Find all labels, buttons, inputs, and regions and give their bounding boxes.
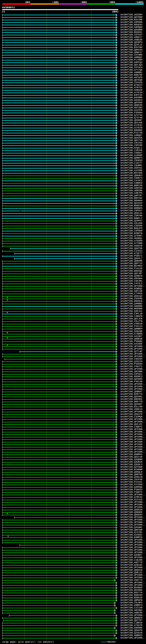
svg-text:UniRef100_A4I8D7: UniRef100_A4I8D7 xyxy=(121,335,142,338)
svg-text:UniRef100_B6HHA4: UniRef100_B6HHA4 xyxy=(121,200,142,202)
svg-text:UniRef100_UPI000..: UniRef100_UPI000.. xyxy=(121,420,145,423)
svg-text:UniRef100_P34113: UniRef100_P34113 xyxy=(121,325,142,328)
svg-text:(in Subject): (in Subject) xyxy=(37,641,54,643)
svg-text:UniRef100_Q5ZJZ2: UniRef100_Q5ZJZ2 xyxy=(121,423,142,426)
svg-text:UniRef100_A7R7U1: UniRef100_A7R7U1 xyxy=(121,86,142,89)
svg-text:UniRef100_A5BU35: UniRef100_A5BU35 xyxy=(121,38,142,41)
svg-text:UniRef100_Q2V0J0: UniRef100_Q2V0J0 xyxy=(121,632,142,634)
svg-text:UniRef100_O96774: UniRef100_O96774 xyxy=(121,579,142,582)
svg-text:UniRef100_Q70AI2: UniRef100_Q70AI2 xyxy=(121,84,142,86)
svg-text:Large gaps:: Large gaps: xyxy=(2,641,17,643)
svg-text:UniRef100_C0NDC6: UniRef100_C0NDC6 xyxy=(121,182,142,184)
svg-text:UniRef100_Q53JG0: UniRef100_Q53JG0 xyxy=(121,122,142,124)
svg-text:UniRef100_B5X7J4: UniRef100_B5X7J4 xyxy=(121,592,142,594)
svg-text:UniRef100_UPI000..: UniRef100_UPI000.. xyxy=(121,637,145,639)
svg-text:UniRef100_Q4SAW1: UniRef100_Q4SAW1 xyxy=(121,526,142,529)
svg-text:UniRef100_C5KZ94: UniRef100_C5KZ94 xyxy=(121,358,142,360)
svg-text:UniRef100_A1YE34: UniRef100_A1YE34 xyxy=(121,92,142,94)
svg-text:UniRef100_Q9SBR8: UniRef100_Q9SBR8 xyxy=(121,28,142,31)
svg-text:UniRef100_UPI000..: UniRef100_UPI000.. xyxy=(121,436,145,438)
svg-text:UniRef100_C1BJ99: UniRef100_C1BJ99 xyxy=(121,559,142,561)
svg-text:UniRef100_C9ZM40: UniRef100_C9ZM40 xyxy=(121,298,142,300)
svg-text:UniRef100_B4FBM9: UniRef100_B4FBM9 xyxy=(121,96,142,99)
svg-text:UniRef100_UPI000..: UniRef100_UPI000.. xyxy=(121,433,145,436)
svg-text:UniRef100_B3RMI6: UniRef100_B3RMI6 xyxy=(121,536,142,539)
svg-text:UniRef100_A8ID84: UniRef100_A8ID84 xyxy=(121,14,142,16)
svg-text:UniRef100_A9T2B3: UniRef100_A9T2B3 xyxy=(121,106,142,109)
svg-text:UniRef100_A3LU50: UniRef100_A3LU50 xyxy=(121,222,142,224)
svg-text:UniRef100_Q640D7: UniRef100_Q640D7 xyxy=(121,403,142,406)
svg-text:UniRef100_Q91VJ6: UniRef100_Q91VJ6 xyxy=(121,456,142,458)
svg-text:UniRef100_Q0CYV8: UniRef100_Q0CYV8 xyxy=(121,139,142,142)
svg-text:~80%: ~80% xyxy=(109,1,115,4)
svg-text:UniRef100_A8P136: UniRef100_A8P136 xyxy=(121,290,142,292)
svg-text:UniRef100_UPI000..: UniRef100_UPI000.. xyxy=(121,614,145,616)
svg-text:UniRef100_C1FES1: UniRef100_C1FES1 xyxy=(121,250,142,252)
svg-text:UniRef100_B6KEV6: UniRef100_B6KEV6 xyxy=(121,204,142,207)
svg-text:UniRef100_B5RI93: UniRef100_B5RI93 xyxy=(121,594,142,596)
svg-text:UniRef100_A4RQG7: UniRef100_A4RQG7 xyxy=(121,134,142,136)
svg-text:UniRef100_UPI000..: UniRef100_UPI000.. xyxy=(121,428,145,431)
svg-text:UniRef100_B1H0W8: UniRef100_B1H0W8 xyxy=(121,468,142,471)
svg-text:UniRef100_UPI000..: UniRef100_UPI000.. xyxy=(121,345,145,348)
svg-text:UniRef100_A8Q0N8: UniRef100_A8Q0N8 xyxy=(121,305,142,308)
svg-text:UniRef100_A1YE31: UniRef100_A1YE31 xyxy=(121,124,142,126)
svg-text:UniRef100_UPI000..: UniRef100_UPI000.. xyxy=(121,410,145,413)
svg-text:UniRef100_UPI000..: UniRef100_UPI000.. xyxy=(121,355,145,358)
svg-text:UniRef100_UPI000..: UniRef100_UPI000.. xyxy=(121,506,145,508)
svg-text:UniRef100_Q6CJR7: UniRef100_Q6CJR7 xyxy=(121,272,142,275)
svg-text:UniRef100_Q6CB65: UniRef100_Q6CB65 xyxy=(121,378,142,380)
svg-text:UniRef100_P27659: UniRef100_P27659 xyxy=(121,484,142,486)
svg-text:UniRef100_Q8MUF0: UniRef100_Q8MUF0 xyxy=(121,599,142,602)
svg-text:UniRef100_B9SE83: UniRef100_B9SE83 xyxy=(121,24,142,26)
svg-text:UniRef100_A7TDR9: UniRef100_A7TDR9 xyxy=(121,242,142,245)
svg-text:UniRef100_A9SGV3: UniRef100_A9SGV3 xyxy=(121,99,142,102)
svg-text:UniRef100_P14126: UniRef100_P14126 xyxy=(121,267,142,270)
svg-text:UniRef100_C6LNP3: UniRef100_C6LNP3 xyxy=(121,602,142,604)
svg-text:UniRef100_Q581Q2: UniRef100_Q581Q2 xyxy=(121,295,142,298)
svg-text:UniRef100_P22738: UniRef100_P22738 xyxy=(121,132,142,134)
svg-text:UniRef100_Q8IT97: UniRef100_Q8IT97 xyxy=(121,619,142,622)
svg-text:UniRef100_A8MQQ1: UniRef100_A8MQQ1 xyxy=(121,56,142,59)
svg-text:UniRef100_A2QCL1: UniRef100_A2QCL1 xyxy=(121,147,142,149)
svg-text:UniRef100_Q9SXL7: UniRef100_Q9SXL7 xyxy=(121,257,142,260)
svg-text:UniRef100_C5DJM1: UniRef100_C5DJM1 xyxy=(121,280,142,282)
svg-text:UniRef100_C7YPE5: UniRef100_C7YPE5 xyxy=(121,292,142,295)
svg-text:UniRef100_B0BM43: UniRef100_B0BM43 xyxy=(121,453,142,456)
svg-text:UniRef100_P59671: UniRef100_P59671 xyxy=(121,255,142,257)
svg-text:UniRef100_B8MIZ6: UniRef100_B8MIZ6 xyxy=(121,184,142,187)
svg-text:UniRef100_A0BCG4: UniRef100_A0BCG4 xyxy=(121,612,142,614)
svg-text:UniRef100_Q3UB15: UniRef100_Q3UB15 xyxy=(121,461,142,463)
svg-text:UniRef100_Q86ER3: UniRef100_Q86ER3 xyxy=(121,514,142,516)
svg-text:UniRef100_Q68ES9: UniRef100_Q68ES9 xyxy=(121,508,142,511)
svg-text:UniRef100_Q3T9U9: UniRef100_Q3T9U9 xyxy=(121,466,142,468)
svg-text:UniRef100_C3ZMQ4: UniRef100_C3ZMQ4 xyxy=(121,416,142,418)
svg-text:UniRef100_P17094: UniRef100_P17094 xyxy=(121,59,142,61)
svg-text:UniRef100_Q6Q418: UniRef100_Q6Q418 xyxy=(121,569,142,571)
svg-text:UniRef100_UPI000..: UniRef100_UPI000.. xyxy=(121,368,145,370)
svg-text:UniRef100_UPI000..: UniRef100_UPI000.. xyxy=(121,584,145,586)
svg-text:UniRef100_Q6FTJ2: UniRef100_Q6FTJ2 xyxy=(121,262,142,265)
svg-text:|1: |1 xyxy=(2,10,5,13)
svg-text:UniRef100_UPI000..: UniRef100_UPI000.. xyxy=(121,544,145,546)
svg-text:AV389071: AV389071 xyxy=(2,6,15,9)
svg-text:UniRef100_Q08G39: UniRef100_Q08G39 xyxy=(121,104,142,106)
svg-text:UniRef100_Q8H154: UniRef100_Q8H154 xyxy=(121,49,142,51)
svg-text:UniRef100_Q4N8B2: UniRef100_Q4N8B2 xyxy=(121,302,142,305)
svg-text:UniRef100_UPI000..: UniRef100_UPI000.. xyxy=(121,451,145,453)
svg-text:UniRef100_A4R7P5: UniRef100_A4R7P5 xyxy=(121,192,142,194)
svg-text:UniRef100_Q6BXM5: UniRef100_Q6BXM5 xyxy=(121,260,142,262)
svg-text:UniRef100_A9ZT76: UniRef100_A9ZT76 xyxy=(121,561,142,564)
svg-text:UniRef100_UPI000..: UniRef100_UPI000.. xyxy=(121,388,145,390)
svg-text:UniRef100_A5KE14: UniRef100_A5KE14 xyxy=(121,408,142,410)
svg-text:UniRef100_C6HK74: UniRef100_C6HK74 xyxy=(121,177,142,179)
svg-text:UniRef100_B9N769: UniRef100_B9N769 xyxy=(121,74,142,76)
svg-text:UniRef100_C1C1X0: UniRef100_C1C1X0 xyxy=(121,606,142,609)
svg-text:UniRef100_A5DGY8: UniRef100_A5DGY8 xyxy=(121,245,142,247)
svg-text:UniRef100_Q92901: UniRef100_Q92901 xyxy=(121,396,142,398)
svg-text:UniRef100_A1C6M5: UniRef100_A1C6M5 xyxy=(121,169,142,172)
svg-text:UniRef100_UPI000..: UniRef100_UPI000.. xyxy=(121,438,145,441)
svg-text:UniRef100_C5DSD9: UniRef100_C5DSD9 xyxy=(121,224,142,227)
svg-text:UniRef100_C5GDU7: UniRef100_C5GDU7 xyxy=(121,152,142,154)
svg-text:UniRef100_Q6BEU6: UniRef100_Q6BEU6 xyxy=(121,338,142,340)
